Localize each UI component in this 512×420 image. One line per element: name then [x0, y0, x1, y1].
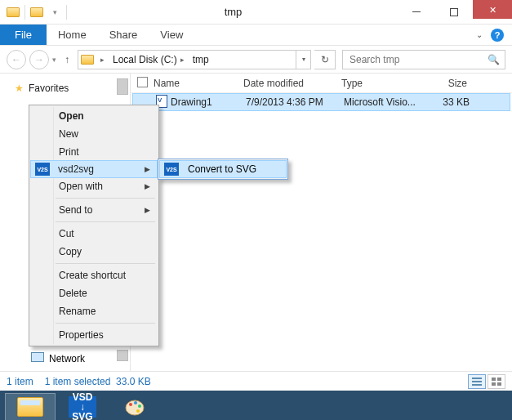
file-list: Name Date modified Type Size Drawing1 7/… — [131, 74, 512, 371]
maximize-button[interactable] — [435, 4, 473, 20]
svg-rect-0 — [472, 378, 482, 379]
star-icon: ★ — [15, 83, 24, 94]
search-input[interactable] — [348, 53, 488, 66]
tree-favorites[interactable]: ★ Favorites — [15, 80, 130, 96]
svg-point-10 — [138, 404, 141, 408]
new-folder-icon[interactable] — [29, 4, 45, 20]
cm-new[interactable]: New — [31, 125, 157, 143]
context-submenu: V2S Convert to SVG — [158, 159, 288, 180]
status-selected: 1 item selected 33.0 KB — [45, 376, 151, 387]
address-dropdown-icon[interactable]: ▾ — [296, 51, 310, 69]
paint-icon — [123, 397, 146, 417]
close-button[interactable] — [473, 0, 512, 19]
favorites-label: Favorites — [29, 83, 69, 94]
vsd2svg-icon: V2S — [164, 163, 179, 176]
svg-rect-4 — [497, 378, 501, 381]
crumb-disk[interactable]: Local Disk (C:)▸ — [109, 54, 189, 65]
cm-properties[interactable]: Properties — [31, 326, 157, 344]
file-type: Microsoft Visio... — [344, 96, 434, 108]
status-count: 1 item — [7, 376, 33, 387]
task-vsd2svg[interactable]: VSD↓SVG — [57, 393, 108, 420]
task-explorer[interactable] — [5, 393, 56, 420]
file-name: Drawing1 — [171, 96, 246, 108]
vsd2svg-icon: V2S — [35, 163, 50, 176]
quick-access-toolbar: ▾ — [0, 4, 69, 20]
refresh-button[interactable]: ↻ — [314, 50, 336, 69]
cm-shortcut[interactable]: Create shortcut — [31, 266, 157, 284]
cm-delete[interactable]: Delete — [31, 284, 157, 302]
details-view-button[interactable] — [468, 374, 486, 389]
select-all-checkbox[interactable] — [137, 77, 148, 87]
column-header: Name Date modified Type Size — [131, 74, 512, 93]
ribbon-expand-icon[interactable]: ⌄ — [476, 30, 483, 39]
crumb-root[interactable]: ▸ — [96, 56, 109, 64]
file-size: 33 KB — [434, 96, 483, 108]
submenu-arrow-icon: ▶ — [145, 165, 150, 173]
file-row[interactable]: Drawing1 7/9/2013 4:36 PM Microsoft Visi… — [132, 93, 510, 111]
network-label: Network — [49, 353, 85, 364]
svg-point-11 — [136, 409, 140, 413]
col-size[interactable]: Size — [431, 78, 480, 89]
address-bar[interactable]: ▸ Local Disk (C:)▸ tmp ▾ — [78, 50, 311, 69]
ribbon: File Home Share View ⌄ ? — [0, 25, 512, 46]
cm-copy[interactable]: Copy — [31, 243, 157, 261]
col-type[interactable]: Type — [341, 78, 431, 89]
svg-point-9 — [134, 401, 137, 404]
vsd2svg-app-icon: VSD↓SVG — [69, 396, 96, 418]
tree-scrollbar-up[interactable] — [117, 78, 130, 105]
taskbar: VSD↓SVG — [0, 391, 512, 420]
svg-point-8 — [129, 403, 132, 406]
svg-rect-6 — [497, 382, 501, 386]
history-dropdown-icon[interactable]: ▾ — [52, 56, 56, 64]
minimize-button[interactable] — [398, 4, 435, 20]
svg-rect-3 — [492, 378, 496, 381]
window-title: tmp — [69, 6, 398, 18]
nav-bar: ← → ▾ ↑ ▸ Local Disk (C:)▸ tmp ▾ ↻ 🔍 — [0, 46, 512, 74]
folder-icon — [78, 55, 96, 65]
thumbnails-view-button[interactable] — [488, 374, 505, 389]
file-tab[interactable]: File — [0, 25, 47, 45]
back-button[interactable]: ← — [7, 50, 26, 69]
submenu-arrow-icon: ▶ — [145, 182, 150, 190]
task-paint[interactable] — [109, 393, 160, 420]
forward-button[interactable]: → — [29, 50, 49, 69]
cm-print[interactable]: Print — [31, 143, 157, 161]
qat-dropdown-icon[interactable]: ▾ — [47, 4, 63, 20]
col-date[interactable]: Date modified — [243, 78, 341, 89]
help-icon[interactable]: ? — [491, 29, 504, 42]
submenu-arrow-icon: ▶ — [145, 206, 150, 214]
col-name[interactable]: Name — [154, 78, 243, 89]
status-bar: 1 item 1 item selected 33.0 KB — [0, 371, 512, 391]
crumb-tmp[interactable]: tmp — [189, 54, 213, 65]
cm-sendto[interactable]: Send to ▶ — [31, 201, 157, 219]
cm-convert-svg[interactable]: V2S Convert to SVG — [159, 160, 287, 178]
network-icon — [31, 352, 44, 364]
svg-rect-5 — [492, 382, 496, 386]
context-menu: Open New Print V2S vsd2svg ▶ Open with ▶… — [29, 105, 159, 346]
tree-network[interactable]: Network — [31, 352, 85, 364]
properties-icon[interactable] — [5, 4, 21, 20]
explorer-icon — [17, 397, 43, 417]
cm-vsd2svg[interactable]: V2S vsd2svg ▶ — [30, 160, 158, 178]
tab-share[interactable]: Share — [98, 25, 149, 45]
cm-open[interactable]: Open — [31, 107, 157, 125]
cm-openwith[interactable]: Open with ▶ — [31, 177, 157, 195]
search-box[interactable]: 🔍 — [342, 50, 505, 69]
up-button[interactable]: ↑ — [60, 52, 74, 67]
title-bar: ▾ tmp — [0, 0, 512, 25]
search-icon[interactable]: 🔍 — [488, 54, 500, 65]
tab-home[interactable]: Home — [47, 25, 98, 45]
tab-view[interactable]: View — [149, 25, 194, 45]
svg-rect-1 — [472, 381, 482, 382]
cm-rename[interactable]: Rename — [31, 302, 157, 320]
file-date: 7/9/2013 4:36 PM — [246, 96, 344, 108]
cm-cut[interactable]: Cut — [31, 225, 157, 243]
svg-rect-2 — [472, 384, 482, 386]
